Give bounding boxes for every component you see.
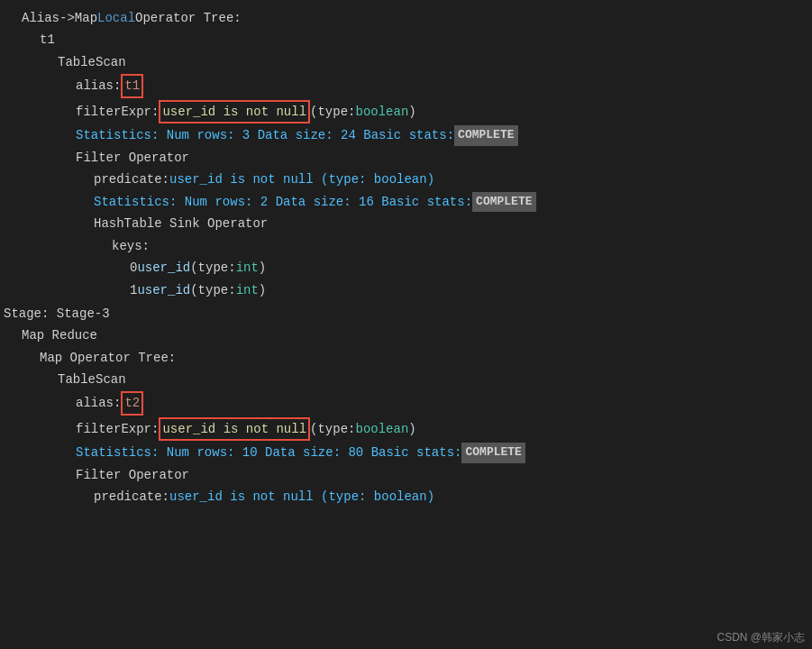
code-line: filterExpr: user_id is not null (type: b… — [0, 416, 812, 442]
code-line: predicate: user_id is not null (type: bo… — [0, 486, 812, 507]
watermark: CSDN @韩家小志 — [716, 630, 805, 645]
code-token: (type: — [310, 102, 355, 122]
code-token: COMPLETE — [454, 125, 517, 146]
code-token: user_id — [137, 258, 190, 278]
code-token: COMPLETE — [461, 443, 525, 463]
code-token: t2 — [121, 391, 143, 415]
code-token: Operator Tree: — [135, 8, 242, 28]
code-token: Statistics: Num rows: 2 Data size: 16 Ba… — [94, 192, 472, 212]
code-token: TableScan — [58, 370, 126, 389]
code-line: HashTable Sink Operator — [0, 213, 812, 234]
code-line: Stage: Stage-3 — [0, 303, 812, 324]
code-token: t1 — [121, 74, 143, 97]
code-line: keys: — [0, 235, 812, 257]
code-token: Map Reduce — [22, 325, 97, 345]
code-token: user_id is not null (type: boolean) — [169, 487, 434, 507]
code-line: Statistics: Num rows: 10 Data size: 80 B… — [0, 442, 812, 464]
code-token: user_id is not null — [159, 100, 310, 123]
code-token: 1 — [130, 280, 137, 300]
code-line: Statistics: Num rows: 2 Data size: 16 Ba… — [0, 191, 812, 214]
code-token: ) — [259, 258, 266, 278]
code-token: int — [236, 258, 259, 278]
code-token: -> — [59, 8, 75, 28]
code-line: TableScan — [0, 369, 812, 390]
code-token: boolean — [355, 102, 408, 122]
code-token: alias: — [76, 76, 121, 96]
code-token: user_id is not null (type: boolean) — [169, 169, 434, 189]
code-token: Map — [75, 8, 97, 28]
code-token: (type: — [190, 280, 235, 300]
code-token: COMPLETE — [472, 192, 535, 213]
code-token: ) — [408, 419, 415, 439]
code-token: keys: — [112, 236, 150, 256]
code-token: Alias — [22, 8, 59, 28]
code-line: Map Reduce — [0, 324, 812, 346]
code-token: int — [236, 280, 259, 300]
code-token: alias: — [76, 393, 121, 413]
code-token: 0 — [130, 258, 137, 278]
code-token: (type: — [190, 258, 235, 278]
code-token: Stage: Stage-3 — [4, 304, 110, 324]
code-token: (type: — [310, 419, 355, 439]
code-token: Statistics: Num rows: 3 Data size: 24 Ba… — [76, 125, 454, 145]
code-token: filterExpr: — [76, 419, 159, 439]
code-line: predicate: user_id is not null (type: bo… — [0, 169, 812, 190]
code-line: 1 user_id (type: int) — [0, 279, 812, 301]
code-line: alias: t2 — [0, 390, 812, 416]
code-token: user_id is not null — [159, 417, 310, 441]
code-token: predicate: — [94, 169, 169, 189]
code-line: Statistics: Num rows: 3 Data size: 24 Ba… — [0, 124, 812, 147]
code-token: TableScan — [58, 52, 126, 72]
code-token: filterExpr: — [76, 102, 159, 122]
code-line: Filter Operator — [0, 464, 812, 486]
code-line: t1 — [0, 29, 812, 50]
code-token: predicate: — [94, 487, 169, 507]
code-line: 0 user_id (type: int) — [0, 257, 812, 279]
code-token: boolean — [355, 419, 408, 439]
code-token: Statistics: Num rows: 10 Data size: 80 B… — [76, 443, 461, 462]
code-token: HashTable Sink Operator — [94, 214, 268, 233]
code-line: Filter Operator — [0, 147, 812, 169]
code-token: Local — [97, 8, 135, 28]
code-line: Alias -> Map Local Operator Tree: — [0, 7, 812, 29]
code-line: Map Operator Tree: — [0, 347, 812, 369]
code-display: Alias -> Map Local Operator Tree:t1Table… — [0, 0, 812, 649]
code-line: filterExpr: user_id is not null (type: b… — [0, 99, 812, 124]
code-line: TableScan — [0, 51, 812, 73]
code-token: Filter Operator — [76, 465, 189, 485]
code-token: t1 — [40, 30, 55, 50]
code-token: Map Operator Tree: — [40, 348, 176, 368]
code-token: Filter Operator — [76, 148, 189, 168]
code-token: user_id — [137, 280, 190, 300]
code-token: ) — [408, 102, 415, 122]
code-line: alias: t1 — [0, 73, 812, 98]
code-token: ) — [259, 280, 266, 300]
